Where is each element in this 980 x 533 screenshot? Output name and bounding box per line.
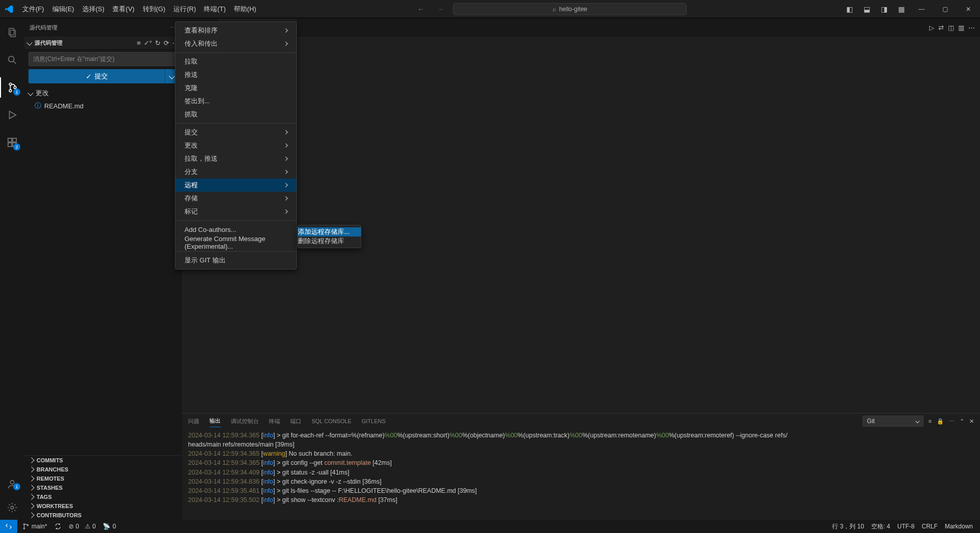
panel-tab[interactable]: SQL CONSOLE [312,416,351,426]
panel-more-icon[interactable]: ⋯ [949,418,955,425]
tree-section-label: BRANCHES [37,466,68,472]
command-center-search[interactable]: ⌕ hello-gitee [453,3,687,15]
encoding[interactable]: UTF-8 [897,523,914,530]
tree-section-commits[interactable]: COMMITS [24,456,182,465]
run-debug-icon[interactable] [0,105,24,125]
accounts-icon[interactable]: 1 [0,476,24,492]
tree-section-branches[interactable]: BRANCHES [24,465,182,474]
radio-icon: 📡 [103,523,110,530]
language-mode[interactable]: Markdown [945,523,973,530]
explorer-icon[interactable] [0,22,24,43]
settings-gear-icon[interactable] [0,499,24,516]
changed-file-row[interactable]: ⓘ README.md [24,100,182,112]
panel-tab[interactable]: 端口 [290,416,301,427]
menu-item[interactable]: 查看(V) [108,2,138,17]
tree-section-stashes[interactable]: STASHES [24,483,182,492]
breadcrumb[interactable]: ⓘ README.md › ▭ ### 介绍 [182,37,980,49]
submenu-item[interactable]: 添加远程存储库... [298,227,361,236]
menu-item[interactable]: 文件(F) [18,2,48,17]
panel-tab[interactable]: 输出 [209,415,221,427]
warning-count: 0 [93,523,96,530]
indentation[interactable]: 空格: 4 [871,522,890,531]
commit-action-icon[interactable]: ✓° [144,39,152,47]
toggle-secondary-side-icon[interactable]: ◨ [875,0,893,18]
menu-item[interactable]: Generate Commit Message (Experimental)..… [175,236,296,249]
cursor-position[interactable]: 行 3，列 10 [832,522,864,531]
error-icon: ⊘ [69,523,74,530]
menu-item[interactable]: 拉取 [175,55,296,68]
menu-item-label: 签出到... [185,97,210,106]
menu-item[interactable]: 编辑(E) [48,2,78,17]
editor-more-icon[interactable]: ⋯ [968,24,975,32]
menu-item[interactable]: 签出到... [175,95,296,108]
minimize-button[interactable]: ― [910,0,933,18]
nav-forward-icon[interactable]: → [434,4,447,14]
close-panel-icon[interactable]: ✕ [969,418,974,425]
menu-item[interactable]: 抓取 [175,108,296,121]
remote-indicator[interactable] [0,520,17,533]
menu-item[interactable]: 远程 [175,179,296,192]
scm-section-header[interactable]: 源代码管理 ≡ ✓° ↻ ⟳ ⋯ [24,37,182,49]
run-icon[interactable]: ▷ [929,24,934,32]
extensions-icon[interactable]: 2 [0,132,24,153]
nav-back-icon[interactable]: ← [414,4,427,14]
panel-tab[interactable]: GITLENS [361,416,385,426]
menu-item[interactable]: 更改 [175,139,296,152]
branch-indicator[interactable]: main* [22,523,47,530]
lock-icon[interactable]: 🔒 [937,418,944,425]
menu-item[interactable]: 提交 [175,126,296,139]
panel-tab[interactable]: 问题 [188,416,199,427]
warning-icon: ⚠ [85,523,90,530]
tree-section-label: COMMITS [37,457,63,463]
compare-icon[interactable]: ⇄ [938,24,944,32]
output-channel-select[interactable]: Git [863,416,924,427]
menu-item[interactable]: 存储 [175,192,296,205]
tree-section-contributors[interactable]: CONTRIBUTORS [24,511,182,520]
source-control-icon[interactable]: 1 [0,77,24,98]
output-log[interactable]: 2024-03-14 12:59:34.365 [info] > git for… [182,429,980,520]
menu-item[interactable]: 拉取，推送 [175,152,296,165]
close-button[interactable]: ✕ [957,0,980,18]
menu-item[interactable]: 选择(S) [78,2,108,17]
menu-item[interactable]: 显示 GIT 输出 [175,254,296,267]
ports-indicator[interactable]: 📡0 [103,523,116,530]
menu-item[interactable]: 标记 [175,205,296,218]
search-activity-icon[interactable] [0,50,24,70]
submenu-item[interactable]: 删除远程存储库 [298,236,361,246]
commit-message-input[interactable]: 消息(Ctrl+Enter 在"main"提交) [28,52,178,66]
ports-count: 0 [112,523,116,530]
toggle-primary-side-icon[interactable]: ◧ [841,0,858,18]
commit-button[interactable]: ✓提交 [28,69,165,83]
menu-item[interactable]: 传入和传出 [175,37,296,50]
eol[interactable]: CRLF [922,523,937,530]
history-icon[interactable]: ⟳ [164,39,169,47]
open-preview-icon[interactable]: ◫ [948,24,954,32]
refresh-icon[interactable]: ↻ [155,39,161,47]
menu-item[interactable]: 运行(R) [169,2,200,17]
problems-indicator[interactable]: ⊘0 ⚠0 [69,523,96,530]
menu-item[interactable]: Add Co-authors... [175,223,296,236]
filter-icon[interactable]: ≡ [929,418,932,424]
menu-item[interactable]: 帮助(H) [230,2,260,17]
panel-tab[interactable]: 终端 [269,416,280,427]
tree-section-remotes[interactable]: REMOTES [24,474,182,483]
menu-item[interactable]: 终端(T) [200,2,230,17]
menu-item-label: Add Co-authors... [185,226,236,233]
tree-section-tags[interactable]: TAGS [24,492,182,501]
sync-indicator[interactable] [54,523,62,530]
error-count: 0 [76,523,79,530]
changes-header[interactable]: 更改 [24,86,182,100]
menu-item[interactable]: 转到(G) [139,2,170,17]
menu-item[interactable]: 克隆 [175,81,296,95]
menu-item[interactable]: 分支 [175,165,296,179]
panel-tab[interactable]: 调试控制台 [231,416,259,427]
split-editor-icon[interactable]: ▥ [958,24,964,32]
maximize-button[interactable]: ▢ [933,0,957,18]
customize-layout-icon[interactable]: ▦ [893,0,910,18]
chevron-up-icon[interactable]: ⌃ [960,418,964,425]
menu-item[interactable]: 推送 [175,68,296,81]
tree-section-worktrees[interactable]: WORKTREES [24,501,182,511]
view-tree-icon[interactable]: ≡ [137,39,141,47]
toggle-panel-icon[interactable]: ⬓ [858,0,875,18]
menu-item[interactable]: 查看和排序 [175,24,296,37]
